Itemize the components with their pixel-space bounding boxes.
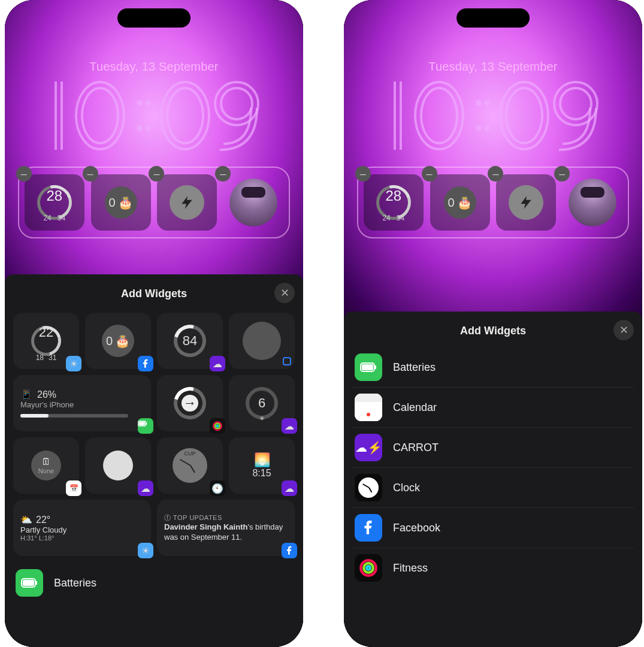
slot-weather-low: 24 — [43, 214, 51, 222]
carrot-app-icon: ☁ — [210, 356, 225, 371]
widget-suggestion-weather-wide[interactable]: ⛅ 22° Partly Cloudy H:31° L:18° ☀ — [13, 500, 151, 556]
cake-icon: 🎂 — [118, 195, 133, 210]
svg-point-23 — [485, 101, 489, 105]
sunrise-icon: 🌅 — [254, 452, 270, 468]
sunrise-time: 8:15 — [252, 468, 271, 479]
app-label: Batteries — [54, 577, 96, 589]
app-row-carrot[interactable]: ☁⚡ CARROT — [352, 428, 634, 468]
svg-point-4 — [146, 101, 150, 105]
slot-weather[interactable]: – 28 24 34 — [364, 174, 424, 231]
slot-bolt[interactable]: – — [496, 174, 556, 231]
cake-count: 0 🎂 — [105, 186, 137, 219]
none-label: None — [38, 467, 54, 474]
cloud-icon: ⛅ — [20, 514, 32, 525]
remove-icon[interactable]: – — [355, 166, 371, 182]
svg-point-26 — [506, 88, 542, 143]
widget-slot-row: – 28 24 34 – 0 🎂 – – — [18, 167, 290, 238]
svg-point-22 — [477, 126, 480, 130]
svg-point-34 — [367, 566, 370, 570]
app-row-calendar[interactable]: Calendar — [352, 388, 634, 428]
phone-right: Tuesday, 13 September – 28 24 34 — [344, 0, 642, 647]
selection-box-icon — [283, 357, 291, 365]
carrot-app-icon: ☁⚡ — [355, 434, 382, 461]
widget-slot-row: – 28 24 34 – 0 🎂 – – — [357, 167, 629, 238]
remove-icon[interactable]: – — [488, 166, 503, 182]
dot-icon — [103, 451, 133, 480]
fb-app-icon — [355, 514, 382, 542]
close-button[interactable]: ✕ — [613, 320, 634, 340]
widget-suggestion-num-ring[interactable]: 6 ✳ ☁ — [229, 375, 295, 431]
close-button[interactable]: ✕ — [274, 283, 295, 303]
battery-bar — [20, 414, 128, 418]
app-row-batteries[interactable]: Batteries — [13, 563, 295, 603]
svg-point-14 — [215, 424, 220, 428]
ring-value: 6 — [258, 395, 265, 411]
suggestions-grid: 22 18 31 ☀ 0 🎂 84 ☁ — [13, 313, 295, 556]
fb-icon: ⓕ — [164, 514, 171, 521]
app-row-fitness[interactable]: Fitness — [352, 548, 634, 588]
device-name: Mayur's iPhone — [20, 400, 74, 409]
remove-icon[interactable]: – — [149, 166, 164, 182]
app-label: Clock — [393, 482, 420, 494]
app-label: Calendar — [393, 401, 437, 414]
remove-icon[interactable]: – — [215, 166, 231, 182]
app-label: Batteries — [393, 361, 436, 374]
slot-avatar[interactable]: – — [563, 174, 622, 231]
slot-birthday[interactable]: – 0 🎂 — [91, 174, 151, 231]
weather-app-icon: ☀ — [138, 543, 153, 558]
hi-lo: H:31° L:18° — [20, 534, 55, 542]
lockscreen-time[interactable] — [5, 71, 303, 161]
app-row-batteries[interactable]: Batteries — [352, 347, 634, 388]
app-label: Facebook — [393, 522, 440, 534]
carrot-app-icon: ☁ — [282, 418, 297, 434]
bolt-icon — [509, 185, 543, 220]
app-row-clock[interactable]: Clock — [352, 468, 634, 508]
svg-point-33 — [364, 563, 373, 573]
carrot-app-icon: ☁ — [138, 480, 153, 496]
widget-suggestion-dot[interactable]: ☁ — [85, 437, 151, 494]
widget-suggestion-fb-updates[interactable]: ⓕ TOP UPDATES Davinder Singh Kainth's bi… — [157, 500, 295, 556]
updates-header: TOP UPDATES — [173, 514, 222, 521]
svg-rect-18 — [23, 580, 34, 586]
widget-suggestion-clock[interactable]: CUP 🕙 — [157, 437, 223, 494]
dynamic-island — [456, 8, 530, 28]
remove-icon[interactable]: – — [554, 166, 570, 182]
cal-app-icon — [355, 394, 382, 421]
widget-suggestion-gauge[interactable]: 84 ☁ — [157, 313, 223, 369]
widget-suggestion-sunrise[interactable]: 🌅 8:15 ☁ — [229, 437, 295, 494]
svg-rect-30 — [375, 365, 376, 369]
svg-rect-11 — [146, 422, 147, 425]
slot-weather[interactable]: – 28 24 34 — [25, 174, 84, 231]
slot-birthday[interactable]: – 0 🎂 — [430, 174, 490, 231]
facebook-app-icon — [282, 543, 297, 558]
widget-suggestion-none[interactable]: 🗓 None 📅 — [13, 437, 79, 494]
remove-icon[interactable]: – — [16, 166, 32, 182]
widget-suggestion-battery[interactable]: 📱 26% Mayur's iPhone — [13, 375, 151, 431]
widget-suggestion-weather[interactable]: 22 18 31 ☀ — [13, 313, 79, 369]
svg-rect-17 — [36, 581, 37, 585]
temp: 22° — [36, 515, 50, 525]
svg-point-5 — [146, 126, 150, 130]
svg-point-3 — [138, 126, 141, 130]
widget-suggestion-birthday[interactable]: 0 🎂 — [85, 313, 151, 369]
battery-percent: 26% — [37, 389, 56, 400]
arrow-icon: → — [182, 395, 198, 412]
sheet-title: Add Widgets — [460, 325, 526, 337]
lockscreen-time[interactable] — [344, 71, 642, 161]
fitness-app-icon — [355, 554, 382, 582]
widget-suggestion-arrow-ring[interactable]: → — [157, 375, 223, 431]
bolt-icon — [170, 185, 204, 220]
clock-face-icon: CUP — [173, 448, 207, 483]
cake-icon: 🎂 — [457, 195, 472, 210]
app-row-facebook[interactable]: Facebook — [352, 508, 634, 548]
svg-point-24 — [485, 126, 489, 130]
remove-icon[interactable]: – — [422, 166, 437, 182]
remove-icon[interactable]: – — [83, 166, 98, 182]
svg-rect-12 — [139, 422, 145, 425]
widget-suggestion-blank[interactable] — [229, 313, 295, 369]
svg-point-1 — [82, 88, 118, 143]
carrot-app-icon: ☁ — [282, 480, 297, 496]
slot-avatar[interactable]: – — [223, 174, 283, 231]
avatar-photo — [569, 179, 616, 226]
slot-bolt[interactable]: – — [157, 174, 217, 231]
